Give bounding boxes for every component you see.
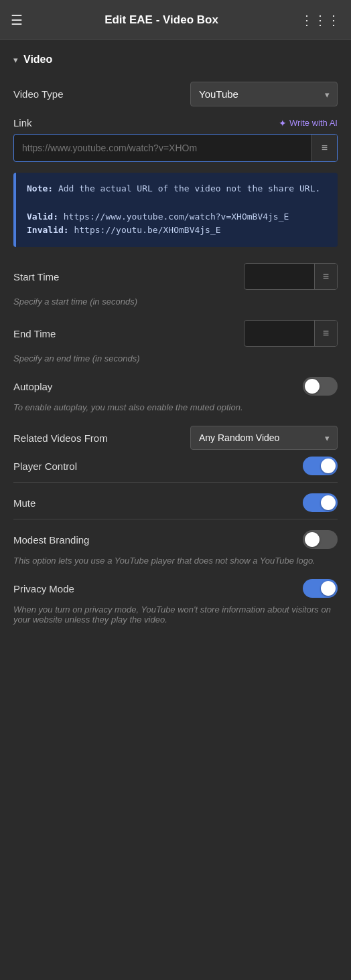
note-text-line1: Note: Add the actual URL of the video no… xyxy=(27,182,327,196)
end-time-db-icon: ≡ xyxy=(323,327,329,339)
content-area: ▾ Video Video Type YouTubeVimeoSelf Host… xyxy=(0,40,351,651)
start-time-row: Start Time 4 ≡ xyxy=(13,263,338,290)
mute-track xyxy=(303,493,338,512)
note-box: Note: Add the actual URL of the video no… xyxy=(13,173,338,247)
database-icon: ≡ xyxy=(322,142,328,154)
player-control-row: Player Control xyxy=(13,457,338,475)
write-ai-label: Write with AI xyxy=(289,118,338,128)
autoplay-note: To enable autoplay, you must also enable… xyxy=(13,402,338,412)
related-videos-select[interactable]: Any Random VideoSame Channel xyxy=(190,426,338,450)
player-control-track xyxy=(303,457,338,475)
start-time-db-icon: ≡ xyxy=(323,270,329,282)
grid-icon[interactable]: ⋮⋮⋮ xyxy=(300,12,340,28)
end-time-label: End Time xyxy=(13,328,56,339)
privacy-mode-thumb xyxy=(321,581,336,596)
end-time-row: End Time 10 ≡ xyxy=(13,320,338,347)
end-time-input[interactable]: 10 xyxy=(244,322,314,345)
modest-branding-label: Modest Branding xyxy=(13,534,89,546)
link-input-wrapper: https://www.youtube.com/watch?v=XHOm ≡ xyxy=(13,134,338,162)
menu-icon[interactable]: ☰ xyxy=(11,12,23,28)
start-time-helper: Specify a start time (in seconds) xyxy=(13,297,338,307)
ai-sparkle-icon: ✦ xyxy=(279,118,287,129)
autoplay-track xyxy=(303,377,338,396)
autoplay-thumb xyxy=(305,379,320,394)
autoplay-row: Autoplay xyxy=(13,377,338,396)
player-control-label: Player Control xyxy=(13,461,77,472)
section-arrow: ▾ xyxy=(13,55,18,65)
modest-branding-thumb xyxy=(305,532,320,547)
privacy-mode-note: When you turn on privacy mode, YouTube w… xyxy=(13,604,338,625)
related-videos-select-wrapper: Any Random VideoSame Channel ▾ xyxy=(190,426,338,450)
video-type-select[interactable]: YouTubeVimeoSelf HostedExternal URL xyxy=(190,82,338,106)
start-time-icon-button[interactable]: ≡ xyxy=(314,264,337,289)
end-time-input-wrapper: 10 ≡ xyxy=(244,320,338,347)
mute-toggle[interactable] xyxy=(303,493,338,512)
video-type-label: Video Type xyxy=(13,88,64,100)
start-time-input[interactable]: 4 xyxy=(244,265,314,289)
link-label-row: Link ✦ Write with AI xyxy=(13,117,338,129)
player-control-toggle[interactable] xyxy=(303,457,338,475)
video-type-row: Video Type YouTubeVimeoSelf HostedExtern… xyxy=(13,82,338,106)
note-invalid-line: Invalid: https://youtu.be/XHOmBV4js_E xyxy=(27,224,327,238)
mute-thumb xyxy=(321,495,336,510)
modest-branding-note: This option lets you use a YouTube playe… xyxy=(13,556,338,566)
mute-label: Mute xyxy=(13,497,36,509)
start-time-label: Start Time xyxy=(13,271,59,282)
privacy-mode-toggle[interactable] xyxy=(303,579,338,598)
note-body: Add the actual URL of the video not the … xyxy=(58,183,320,193)
link-label: Link xyxy=(13,117,32,129)
video-section-header[interactable]: ▾ Video xyxy=(13,54,338,66)
write-with-ai-button[interactable]: ✦ Write with AI xyxy=(279,118,338,129)
divider-2 xyxy=(13,519,338,519)
modest-branding-track xyxy=(303,530,338,549)
modest-branding-row: Modest Branding xyxy=(13,530,338,549)
divider-1 xyxy=(13,482,338,483)
privacy-mode-track xyxy=(303,579,338,598)
note-invalid-label: Invalid: xyxy=(27,225,69,235)
related-videos-label: Related Videos From xyxy=(13,432,108,444)
section-title: Video xyxy=(23,54,52,66)
note-valid-url-text: https://www.youtube.com/watch?v=XHOmBV4j… xyxy=(64,212,289,222)
player-control-thumb xyxy=(321,459,336,473)
video-type-select-wrapper: YouTubeVimeoSelf HostedExternal URL ▾ xyxy=(190,82,338,106)
note-valid-line: Valid: https://www.youtube.com/watch?v=X… xyxy=(27,210,327,224)
autoplay-toggle[interactable] xyxy=(303,377,338,396)
link-input-icon-button[interactable]: ≡ xyxy=(311,135,337,161)
start-time-input-wrapper: 4 ≡ xyxy=(244,263,338,290)
note-bold-prefix: Note: xyxy=(27,183,53,193)
link-input[interactable]: https://www.youtube.com/watch?v=XHOm xyxy=(14,136,311,160)
header: ☰ Edit EAE - Video Box ⋮⋮⋮ xyxy=(0,0,351,40)
mute-row: Mute xyxy=(13,493,338,512)
modest-branding-toggle[interactable] xyxy=(303,530,338,549)
privacy-mode-row: Privacy Mode xyxy=(13,579,338,598)
privacy-mode-label: Privacy Mode xyxy=(13,583,74,594)
autoplay-label: Autoplay xyxy=(13,381,52,392)
note-valid-label: Valid: xyxy=(27,212,58,222)
related-videos-row: Related Videos From Any Random VideoSame… xyxy=(13,426,338,450)
note-invalid-url-text: https://youtu.be/XHOmBV4js_E xyxy=(74,225,220,235)
end-time-helper: Specify an end time (in seconds) xyxy=(13,353,338,363)
page-title: Edit EAE - Video Box xyxy=(104,13,218,27)
end-time-icon-button[interactable]: ≡ xyxy=(314,321,337,346)
